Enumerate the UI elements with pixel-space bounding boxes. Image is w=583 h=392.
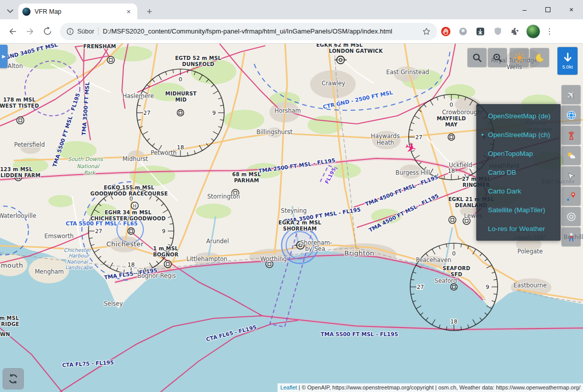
shield-extension-icon[interactable]: [490, 24, 505, 39]
search-location-button[interactable]: [488, 48, 507, 67]
layer-option[interactable]: •OpenStreetMap (ch): [476, 125, 561, 144]
basemap-globe-button[interactable]: [562, 106, 580, 124]
reload-icon: [43, 26, 52, 36]
wind-indicator-button[interactable]: 5.0kt: [558, 47, 577, 75]
layer-option[interactable]: Satellite (MapTiler): [476, 201, 561, 219]
tab-search-button[interactable]: [4, 5, 16, 17]
svg-text:27: 27: [143, 110, 150, 116]
maximize-button[interactable]: [536, 0, 560, 19]
svg-text:0: 0: [130, 195, 133, 202]
browser-tab[interactable]: VFR Map ×: [18, 4, 137, 19]
browser-menu-button[interactable]: ⋮: [543, 25, 556, 38]
day-mode-icon: [514, 52, 525, 63]
stop-hand-icon: [440, 26, 451, 37]
url-text[interactable]: D:/MSFS2020_content/Community/fspm-panel…: [103, 27, 422, 35]
back-arrow-icon: [8, 26, 18, 37]
layer-option-label: OpenStreetMap (de): [488, 112, 550, 120]
back-button[interactable]: [5, 24, 20, 39]
download-extension-icon[interactable]: [473, 24, 487, 39]
browser-toolbar: Súbor D:/MSFS2020_content/Community/fspm…: [0, 19, 583, 44]
maximize-icon: [545, 7, 550, 12]
puzzle-icon: [510, 26, 520, 37]
window-controls: – ×: [513, 0, 583, 19]
tab-close-icon[interactable]: ×: [124, 7, 133, 16]
weather-overlay-button[interactable]: [562, 146, 580, 165]
svg-text:0: 0: [179, 76, 182, 83]
reload-button[interactable]: [40, 24, 55, 39]
svg-text:0: 0: [450, 102, 453, 108]
address-separator: [98, 27, 99, 36]
layer-option-label: Lo-res for Weather: [488, 225, 545, 233]
layer-menu: OpenStreetMap (de)•OpenStreetMap (ch)Ope…: [476, 104, 561, 241]
svg-text:9: 9: [162, 228, 166, 235]
svg-text:27: 27: [417, 284, 424, 290]
day-mode-button[interactable]: [510, 48, 529, 67]
range-rings-icon: [566, 211, 577, 222]
route-icon: [566, 191, 577, 202]
leaflet-link[interactable]: Leaflet: [280, 384, 297, 390]
layer-option[interactable]: Lo-res for Weather: [476, 219, 561, 238]
poi-person-button[interactable]: [562, 227, 580, 246]
close-button[interactable]: ×: [560, 0, 583, 19]
bookmark-star-icon[interactable]: [422, 27, 431, 36]
layer-option-label: Satellite (MapTiler): [488, 206, 545, 214]
svg-text:18: 18: [448, 168, 455, 174]
svg-text:9: 9: [486, 284, 489, 290]
new-tab-button[interactable]: +: [142, 5, 157, 19]
shield-icon: [493, 26, 503, 36]
profile-avatar[interactable]: [526, 24, 540, 39]
refresh-map-button[interactable]: [3, 369, 23, 389]
extension-2-icon[interactable]: [456, 24, 470, 39]
svg-text:H: H: [133, 204, 137, 209]
adblock-extension-icon[interactable]: [439, 24, 453, 39]
follow-aircraft-icon: ✈: [564, 87, 578, 102]
selected-bullet-icon: •: [481, 131, 488, 139]
pointer-icon: [566, 171, 576, 181]
wind-speed-label: 5.0kt: [562, 64, 573, 70]
weather-overlay-icon: [566, 150, 577, 161]
map-viewport: 091827091827091827091827H ✈ FRENSHAMGND …: [0, 44, 583, 392]
search-button[interactable]: [468, 48, 486, 67]
svg-text:9: 9: [212, 110, 216, 116]
svg-text:27: 27: [415, 134, 422, 141]
range-rings-button[interactable]: [562, 207, 580, 226]
window-titlebar: VFR Map × + – ×: [0, 0, 583, 19]
info-icon[interactable]: [66, 27, 74, 36]
night-mode-icon: [535, 53, 545, 63]
layer-option[interactable]: OpenTopoMap: [476, 144, 561, 163]
basemap-globe-icon: [566, 110, 577, 121]
address-bar[interactable]: Súbor D:/MSFS2020_content/Community/fspm…: [60, 23, 437, 40]
grey-blob-icon: [458, 26, 468, 37]
forward-arrow-icon: [25, 26, 35, 37]
map-attribution: Leaflet | © OpenAIP, https://www.openstr…: [278, 383, 583, 392]
address-prefix-label: Súbor: [77, 28, 94, 35]
night-mode-button[interactable]: [530, 48, 549, 67]
search-icon: [472, 52, 482, 63]
sidebar-toggle-button[interactable]: ▶: [0, 45, 8, 68]
chevron-down-icon: [7, 9, 13, 13]
minimize-button[interactable]: –: [513, 0, 536, 19]
follow-aircraft-button[interactable]: ✈: [562, 85, 580, 104]
layer-option-label: OpenTopoMap: [488, 150, 533, 157]
layer-option[interactable]: Carto DB: [476, 163, 561, 182]
pointer-button[interactable]: [562, 167, 580, 185]
svg-text:0: 0: [452, 250, 456, 257]
extensions-button[interactable]: [508, 24, 522, 39]
layer-option[interactable]: OpenStreetMap (de): [476, 107, 561, 125]
layer-option-label: Carto Dark: [488, 187, 521, 195]
svg-text:27: 27: [95, 228, 102, 235]
search-location-icon: [492, 52, 503, 63]
layer-option[interactable]: Carto Dark: [476, 182, 561, 201]
route-button[interactable]: [562, 187, 580, 206]
refresh-icon: [7, 373, 19, 385]
sidebar-arrow-icon: ▶: [2, 54, 6, 59]
forward-button[interactable]: [22, 24, 38, 39]
tab-title: VFR Map: [35, 8, 124, 15]
poi-person-icon: [566, 232, 577, 243]
navaid-tower-button[interactable]: [562, 126, 580, 145]
tab-favicon-icon: [22, 8, 30, 16]
svg-text:18: 18: [177, 144, 184, 151]
svg-text:18: 18: [128, 262, 135, 268]
navaid-tower-icon: [566, 130, 577, 141]
layer-option-label: Carto DB: [488, 169, 516, 176]
